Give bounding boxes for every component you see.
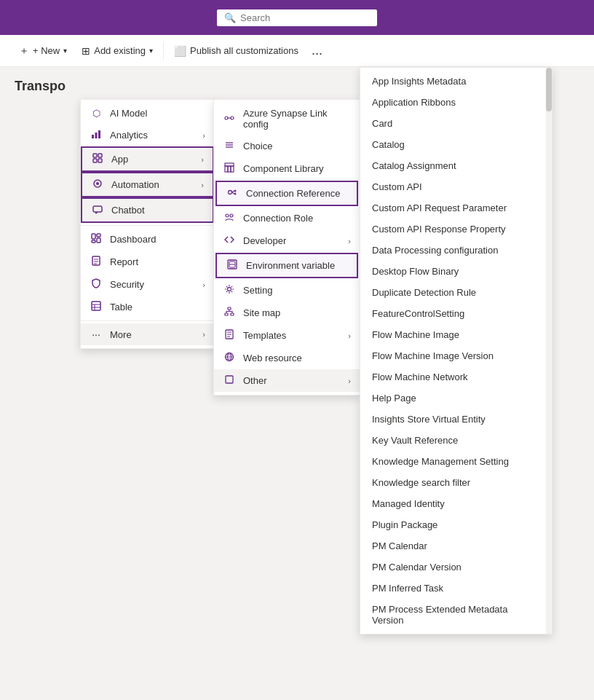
svg-rect-12 [97, 238, 100, 243]
connection-reference-icon [226, 187, 239, 200]
menu-item-security[interactable]: Security › [81, 273, 214, 296]
app-chevron: › [201, 155, 204, 164]
menu-item-knowledge-management[interactable]: Knowledge Management Setting [360, 451, 552, 472]
connection-role-icon [223, 212, 236, 224]
add-existing-icon: ⊞ [82, 45, 90, 57]
plus-icon: ＋ [19, 44, 29, 58]
menu-divider-1 [81, 225, 214, 226]
more-icon: ··· [90, 329, 103, 340]
menu-item-automation[interactable]: Automation › [81, 172, 214, 197]
search-icon: 🔍 [224, 12, 236, 23]
svg-rect-41 [228, 307, 231, 310]
menu-item-environment-variable[interactable]: Environment variable [215, 253, 358, 278]
more-chevron: › [202, 330, 205, 339]
menu-item-pm-process-extended[interactable]: PM Process Extended Metadata Version [360, 599, 552, 631]
menu-item-flow-machine-image-version[interactable]: Flow Machine Image Version [360, 345, 552, 366]
search-box[interactable]: 🔍 [217, 9, 377, 26]
menu-item-custom-api-request[interactable]: Custom API Request Parameter [360, 197, 552, 219]
menu-item-catalog[interactable]: Catalog [360, 134, 552, 155]
menu-item-custom-api[interactable]: Custom API [360, 176, 552, 197]
menu-item-catalog-assignment[interactable]: Catalog Assignment [360, 155, 552, 176]
menu-item-flow-machine-network[interactable]: Flow Machine Network [360, 366, 552, 388]
toolbar-divider [163, 42, 164, 60]
component-library-icon [223, 162, 236, 175]
templates-icon [223, 329, 236, 342]
svg-rect-5 [93, 159, 97, 162]
menu-item-connection-reference[interactable]: Connection Reference [215, 181, 358, 206]
menu-item-ai-model[interactable]: ⬡ AI Model [81, 103, 214, 124]
menu-item-more[interactable]: ··· More › [81, 323, 214, 345]
svg-rect-53 [226, 376, 233, 383]
publish-button[interactable]: ⬜ Publish all customizations [167, 41, 306, 61]
svg-rect-43 [231, 313, 234, 315]
menu-item-pm-calendar[interactable]: PM Calendar [360, 535, 552, 557]
svg-point-32 [229, 191, 232, 194]
svg-rect-31 [225, 163, 234, 166]
svg-point-8 [96, 182, 99, 185]
menu-item-app-ribbons[interactable]: Application Ribbons [360, 92, 552, 113]
web-resource-icon [223, 352, 236, 364]
svg-point-40 [228, 288, 231, 291]
svg-rect-29 [228, 166, 231, 172]
svg-point-34 [234, 193, 237, 195]
azure-synapse-icon [223, 113, 236, 125]
menu-item-custom-api-response[interactable]: Custom API Response Property [360, 219, 552, 240]
menu-item-data-processing[interactable]: Data Processing configuration [360, 240, 552, 261]
menu-item-help-page[interactable]: Help Page [360, 388, 552, 409]
new-button[interactable]: ＋ + New ▾ [12, 40, 74, 62]
svg-rect-3 [93, 154, 97, 157]
menu-item-duplicate-detection[interactable]: Duplicate Detection Rule [360, 282, 552, 303]
menu-item-pm-calendar-version[interactable]: PM Calendar Version [360, 557, 552, 578]
menu-item-report[interactable]: Report [81, 251, 214, 273]
toolbar: ＋ + New ▾ ⊞ Add existing ▾ ⬜ Publish all… [0, 35, 594, 67]
menu-item-developer[interactable]: Developer › [214, 229, 360, 252]
menu-item-component-library[interactable]: Component Library [214, 157, 360, 180]
menu-item-pm-inferred-task[interactable]: PM Inferred Task [360, 578, 552, 599]
menu-item-chatbot[interactable]: Chatbot [81, 197, 214, 223]
menu-item-knowledge-search[interactable]: Knowledge search filter [360, 472, 552, 493]
menu-item-other[interactable]: Other › [214, 369, 360, 392]
developer-icon [223, 235, 236, 247]
menu-item-templates[interactable]: Templates › [214, 324, 360, 347]
menu-level1: ⬡ AI Model Analytics › App › Automation … [80, 99, 215, 349]
menu-item-insights-store[interactable]: Insights Store Virtual Entity [360, 409, 552, 430]
svg-rect-9 [93, 206, 102, 212]
menu-item-managed-identity[interactable]: Managed Identity [360, 493, 552, 514]
app-icon [91, 153, 104, 165]
chatbot-icon [91, 204, 104, 216]
menu-item-app[interactable]: App › [81, 146, 214, 172]
menu-item-choice[interactable]: Choice [214, 135, 360, 157]
other-icon [223, 374, 236, 387]
svg-rect-30 [231, 166, 234, 172]
menu-item-card[interactable]: Card [360, 113, 552, 134]
main-area: Transpo ⬡ AI Model Analytics › App › [0, 67, 594, 700]
menu-item-app-insights[interactable]: App Insights Metadata [360, 71, 552, 92]
menu-item-site-map[interactable]: Site map [214, 302, 360, 324]
search-input[interactable] [240, 12, 370, 23]
menu-item-analytics[interactable]: Analytics › [81, 124, 214, 146]
menu-item-azure-synapse[interactable]: Azure Synapse Link config [214, 103, 360, 135]
menu-item-desktop-flow-binary[interactable]: Desktop Flow Binary [360, 261, 552, 282]
menu-item-plugin-package[interactable]: Plugin Package [360, 514, 552, 535]
svg-rect-42 [225, 313, 228, 315]
security-chevron: › [202, 280, 205, 289]
choice-icon [223, 140, 236, 152]
menu-item-flow-machine-image[interactable]: Flow Machine Image [360, 324, 552, 345]
menu-item-feature-control[interactable]: FeatureControlSetting [360, 303, 552, 324]
menu-item-setting[interactable]: Setting [214, 279, 360, 302]
menu-item-web-resource[interactable]: Web resource [214, 347, 360, 369]
menu-item-table[interactable]: Table [81, 296, 214, 318]
svg-rect-11 [97, 234, 100, 237]
add-existing-button[interactable]: ⊞ Add existing ▾ [74, 41, 160, 61]
svg-rect-4 [98, 154, 102, 157]
menu-item-dashboard[interactable]: Dashboard [81, 228, 214, 251]
menu-item-connection-role[interactable]: Connection Role [214, 207, 360, 229]
svg-point-23 [231, 117, 234, 119]
chevron-down-icon-2: ▾ [149, 47, 153, 55]
more-options-button[interactable]: ... [306, 39, 328, 63]
svg-rect-28 [225, 166, 228, 172]
templates-chevron: › [348, 331, 351, 340]
menu-level2: Azure Synapse Link config Choice Compone… [213, 99, 360, 396]
menu-item-key-vault[interactable]: Key Vault Reference [360, 430, 552, 451]
developer-chevron: › [348, 237, 351, 245]
